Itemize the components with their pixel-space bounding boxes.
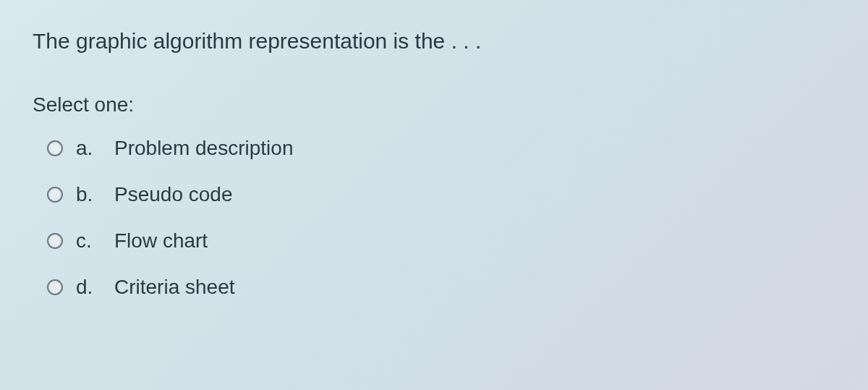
option-letter: c.: [76, 229, 101, 253]
option-c[interactable]: c. Flow chart: [47, 229, 835, 253]
option-text: Flow chart: [114, 229, 208, 253]
option-d[interactable]: d. Criteria sheet: [47, 276, 835, 299]
option-a[interactable]: a. Problem description: [47, 137, 835, 160]
radio-icon[interactable]: [47, 140, 63, 156]
option-b[interactable]: b. Pseudo code: [47, 183, 835, 206]
option-text: Problem description: [114, 137, 293, 160]
option-text: Pseudo code: [114, 183, 232, 206]
option-letter: a.: [76, 137, 101, 160]
option-text: Criteria sheet: [114, 276, 235, 299]
radio-icon[interactable]: [47, 233, 63, 249]
radio-icon[interactable]: [47, 187, 63, 203]
option-letter: b.: [76, 183, 101, 206]
options-list: a. Problem description b. Pseudo code c.…: [33, 137, 835, 299]
question-text: The graphic algorithm representation is …: [33, 29, 835, 54]
select-one-label: Select one:: [33, 93, 835, 116]
option-letter: d.: [76, 276, 101, 299]
radio-icon[interactable]: [47, 279, 63, 295]
